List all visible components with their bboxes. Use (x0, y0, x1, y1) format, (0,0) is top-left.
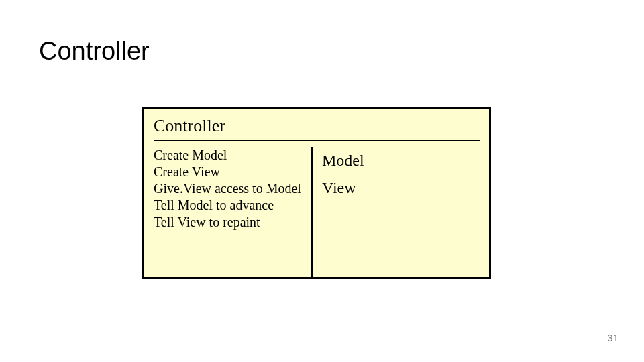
crc-card: Controller Create Model Create View Give… (142, 107, 491, 279)
slide-title: Controller (39, 37, 150, 66)
card-body: Create Model Create View Give.View acces… (154, 147, 480, 278)
collaborators-column: Model View (313, 147, 480, 278)
responsibility-item: Give.View access to Model (154, 180, 303, 197)
collaborator-item: View (322, 174, 480, 202)
responsibility-item: Create Model (154, 147, 303, 164)
responsibilities-column: Create Model Create View Give.View acces… (154, 147, 311, 278)
card-divider (154, 140, 480, 141)
card-class-name: Controller (154, 116, 480, 136)
page-number: 31 (607, 332, 619, 343)
responsibility-item: Tell Model to advance (154, 197, 303, 214)
collaborator-item: Model (322, 147, 480, 174)
slide: Controller Controller Create Model Creat… (0, 0, 644, 362)
responsibility-item: Tell View to repaint (154, 214, 303, 231)
responsibility-item: Create View (154, 164, 303, 180)
